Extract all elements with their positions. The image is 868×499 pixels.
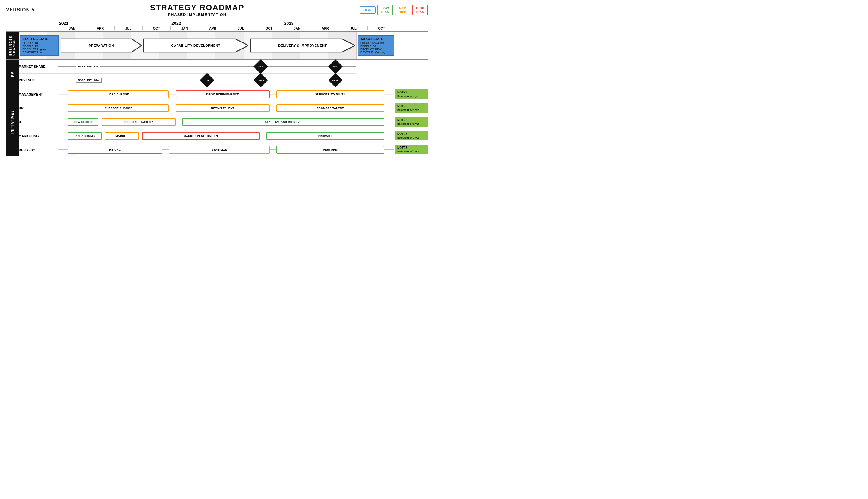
init-marketing-label: MARKETING <box>19 134 58 138</box>
target-line-1: FOCUS: Innovation <box>360 41 391 45</box>
arrow-preparation-label: PREPARATION <box>89 44 114 47</box>
ms-diamond-20: 20% <box>256 61 266 72</box>
year-2023: 2023 <box>283 21 395 26</box>
rev-baseline-box: BASELINE : £3m <box>76 78 101 83</box>
init-delivery-track: RE-ORG STABILIZE PERFORM <box>58 146 394 154</box>
kpi-market-share-row: MARKET SHARE <box>19 60 356 74</box>
notes-marketing: NOTES Be careful of x y z <box>395 131 428 141</box>
bar-market-penetration: MARKET PENETRATION <box>142 132 260 140</box>
q-oct-3: OCT <box>367 26 395 31</box>
arrow-delivery-label: DELIVERY & IMPROVEMENT <box>278 44 327 47</box>
initiatives-section: INITIATIVES MANAGEMENT LEAD CHANGE <box>6 87 428 156</box>
initiatives-content: MANAGEMENT LEAD CHANGE DRIVE PERFORMANCE… <box>19 87 428 156</box>
bar-innovate: INNOVATE <box>266 132 384 140</box>
target-state-title: TARGET STATE <box>360 37 391 41</box>
q-jul-1: JUL <box>114 26 142 31</box>
notes-management-title: NOTES <box>397 91 426 94</box>
target-state-box: TARGET STATE FOCUS: Innovation PEOPLE: 5… <box>356 32 395 59</box>
bar-lead-change: LEAD CHANGE <box>68 90 169 98</box>
legend-med: MEDRISK <box>395 4 411 15</box>
notes-marketing-title: NOTES <box>397 132 426 136</box>
notes-marketing-text: Be careful of x y z <box>397 136 426 139</box>
q-apr-1: APR <box>86 26 114 31</box>
legend: TBC LOWRISK MEDRISK HIGHRISK <box>360 4 428 15</box>
init-delivery-row: DELIVERY RE-ORG STABILIZE PERFORM <box>19 143 428 156</box>
bar-promote-talent: PROMOTE TALENT <box>277 104 384 112</box>
q-jul-3: JUL <box>339 26 367 31</box>
target-line-2: PEOPLE: 50 <box>360 45 391 48</box>
notes-management-text: Be careful of x y z <box>397 95 426 98</box>
timeline-header: 2021 2022 2023 JAN APR JUL OCT JAN APR J… <box>6 21 428 31</box>
quarter-row: JAN APR JUL OCT JAN APR JUL OCT JAN APR … <box>58 26 395 31</box>
init-management-label: MANAGEMENT <box>19 93 58 96</box>
target-line-3: PRODUCT: NEW <box>360 48 391 51</box>
bar-reorg: RE-ORG <box>68 146 162 154</box>
rev-diamond-5m: £5m <box>202 75 212 85</box>
init-it-row: IT NEW DESIGN SUPPORT STABILITY STABILIZ… <box>19 115 428 129</box>
kpi-side-label: KPI <box>6 60 19 87</box>
sub-title: PHASED IMPLEMENTATION <box>150 12 244 17</box>
version-label: VERSION 5 <box>6 7 34 13</box>
target-line-4: REVENUE: Growing <box>360 51 391 54</box>
page: VERSION 5 STRATEGY ROADMAP PHASED IMPLEM… <box>0 0 434 250</box>
q-apr-3: APR <box>311 26 339 31</box>
ms-baseline-box: BASELINE : 4% <box>76 64 100 69</box>
legend-high: HIGHRISK <box>412 4 428 15</box>
arrow-capability-label: CAPABILITY DEVELOPMENT <box>171 44 220 47</box>
kpi-section: KPI MARKET SHARE <box>6 60 428 87</box>
kpi-market-share-label: MARKET SHARE <box>19 65 58 69</box>
initiatives-side-label: INITIATIVES <box>6 87 19 156</box>
q-jan-2: JAN <box>170 26 198 31</box>
title-block: STRATEGY ROADMAP PHASED IMPLEMENTATION <box>150 3 244 17</box>
year-2021: 2021 <box>58 21 170 26</box>
kpi-revenue-row: REVENUE <box>19 74 356 87</box>
kpi-revenue-label: REVENUE <box>19 78 58 82</box>
bar-support-stability-it: SUPPORT STABILITY <box>101 118 176 126</box>
bc-section: BUSINESSCHANGE STARTING STAT <box>6 31 428 60</box>
bar-market: MARKET <box>105 132 139 140</box>
q-apr-2: APR <box>199 26 227 31</box>
init-management-row: MANAGEMENT LEAD CHANGE DRIVE PERFORMANCE… <box>19 87 428 101</box>
bar-stabilize: STABILIZE <box>169 146 270 154</box>
init-hr-label: HR <box>19 106 58 110</box>
init-it-track: NEW DESIGN SUPPORT STABILITY STABILIZE A… <box>58 118 394 126</box>
bar-perform: PERFORM <box>277 146 384 154</box>
starting-line-1: FOCUS: Old <box>23 41 56 45</box>
arrow-delivery: DELIVERY & IMPROVEMENT <box>250 36 355 54</box>
bar-drive-performance: DRIVE PERFORMANCE <box>176 90 270 98</box>
bar-new-design: NEW DESIGN <box>68 118 98 126</box>
notes-it: NOTES Be careful of x y z <box>395 117 428 126</box>
main-title: STRATEGY ROADMAP <box>150 3 244 12</box>
bar-prep-comms: PREP COMMS <box>68 132 101 140</box>
notes-hr: NOTES Be careful of x y z <box>395 104 428 113</box>
notes-management: NOTES Be careful of x y z <box>395 89 428 99</box>
notes-it-title: NOTES <box>397 119 426 122</box>
init-delivery-label: DELIVERY <box>19 148 58 151</box>
notes-hr-title: NOTES <box>397 105 426 108</box>
kpi-market-share-track: BASELINE : 4% 20% 40% <box>58 61 356 72</box>
legend-tbc: TBC <box>360 6 376 14</box>
rev-diamond-10m: £10m <box>256 75 266 85</box>
bar-support-change: SUPPORT CHANGE <box>68 104 169 112</box>
q-oct-2: OCT <box>255 26 283 31</box>
notes-it-text: Be careful of x y z <box>397 122 426 125</box>
starting-state-box: STARTING STATE FOCUS: Old PEOPLE: 25 PRO… <box>20 35 59 56</box>
arrow-capability: CAPABILITY DEVELOPMENT <box>144 36 248 54</box>
rev-diamond-15m: £15m <box>330 75 341 85</box>
bar-retain-talent: RETAIN TALENT <box>176 104 270 112</box>
bar-stabilize-improve: STABILIZE AND IMPROVE <box>182 118 384 126</box>
year-2022: 2022 <box>170 21 283 26</box>
init-marketing-row: MARKETING PREP COMMS MARKET MARKET PENET… <box>19 129 428 143</box>
notes-hr-text: Be careful of x y z <box>397 109 426 111</box>
init-hr-track: SUPPORT CHANGE RETAIN TALENT PROMOTE TAL… <box>58 104 394 112</box>
q-jan-1: JAN <box>58 26 86 31</box>
header: VERSION 5 STRATEGY ROADMAP PHASED IMPLEM… <box>6 3 428 17</box>
legend-low: LOWRISK <box>377 4 393 15</box>
init-it-label: IT <box>19 120 58 124</box>
init-hr-row: HR SUPPORT CHANGE RETAIN TALENT PROMOTE … <box>19 101 428 115</box>
notes-delivery: NOTES Be careful of x y z <box>395 145 428 154</box>
bc-side-label: BUSINESSCHANGE <box>6 32 19 59</box>
notes-delivery-text: Be careful of x y z <box>397 150 426 153</box>
bar-support-stability-mgmt: SUPPORT STABILITY <box>277 90 384 98</box>
q-jul-2: JUL <box>227 26 255 31</box>
